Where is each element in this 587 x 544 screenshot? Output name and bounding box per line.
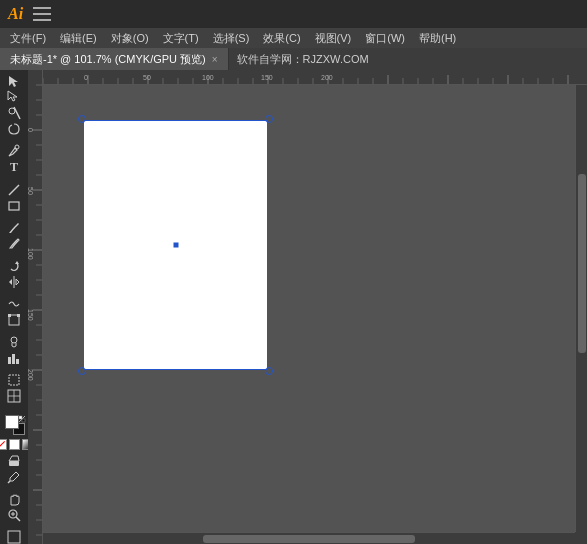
eyedropper-tool-button[interactable]: [2, 470, 26, 484]
fill-stroke-swatches[interactable]: [3, 413, 25, 435]
svg-rect-12: [8, 314, 11, 317]
toolbar: T: [0, 70, 28, 544]
center-point: [173, 243, 178, 248]
hand-tool-button[interactable]: [2, 492, 26, 506]
menu-effect[interactable]: 效果(C): [257, 29, 306, 48]
main-layout: T: [0, 70, 587, 544]
svg-rect-23: [19, 416, 22, 419]
free-transform-tool-button[interactable]: [2, 313, 26, 327]
svg-text:200: 200: [321, 74, 333, 81]
svg-rect-32: [28, 70, 587, 85]
symbol-sprayer-tool-button[interactable]: [2, 335, 26, 349]
svg-rect-17: [16, 359, 19, 364]
change-screen-mode-button[interactable]: [2, 530, 26, 544]
tab-close-button[interactable]: ×: [212, 54, 218, 65]
app-logo: Ai: [8, 5, 23, 23]
menu-file[interactable]: 文件(F): [4, 29, 52, 48]
scrollbar-h-thumb[interactable]: [203, 535, 416, 543]
menu-bar: 文件(F) 编辑(E) 对象(O) 文字(T) 选择(S) 效果(C) 视图(V…: [0, 28, 587, 48]
slice-tool-button[interactable]: [2, 389, 26, 403]
handle-top-left[interactable]: [78, 115, 86, 123]
line-tool-button[interactable]: [2, 183, 26, 197]
tab-bar: 未标题-1* @ 101.7% (CMYK/GPU 预览) × 软件自学网：RJ…: [0, 48, 587, 70]
rotate-tool-button[interactable]: [2, 259, 26, 273]
svg-rect-22: [22, 419, 25, 422]
column-graph-tool-button[interactable]: [2, 351, 26, 365]
svg-text:150: 150: [28, 309, 34, 321]
svg-marker-1: [8, 91, 17, 101]
svg-rect-15: [8, 357, 11, 364]
active-tab[interactable]: 未标题-1* @ 101.7% (CMYK/GPU 预览) ×: [0, 48, 229, 70]
svg-rect-16: [12, 354, 15, 364]
svg-point-3: [9, 108, 15, 114]
svg-text:100: 100: [28, 248, 34, 260]
title-bar: Ai: [0, 0, 587, 28]
svg-marker-7: [15, 261, 19, 264]
menu-window[interactable]: 窗口(W): [359, 29, 411, 48]
scrollbar-corner: [575, 532, 587, 544]
lasso-tool-button[interactable]: [2, 122, 26, 136]
svg-point-4: [15, 145, 19, 149]
fill-swatch[interactable]: [5, 415, 19, 429]
vertical-ruler: 0 50 100 150 200: [28, 70, 43, 544]
menu-object[interactable]: 对象(O): [105, 29, 155, 48]
menu-type[interactable]: 文字(T): [157, 29, 205, 48]
menu-edit[interactable]: 编辑(E): [54, 29, 103, 48]
svg-rect-24: [9, 461, 19, 466]
color-button[interactable]: [9, 439, 20, 450]
scrollbar-v-thumb[interactable]: [578, 174, 586, 353]
magic-wand-tool-button[interactable]: [2, 106, 26, 120]
default-colors-icon[interactable]: [18, 412, 26, 420]
none-button[interactable]: [0, 439, 7, 450]
artboard-page: [83, 120, 268, 370]
svg-line-26: [8, 481, 10, 483]
canvas-area[interactable]: 0 50 100 150 200: [28, 70, 587, 544]
warp-tool-button[interactable]: [2, 297, 26, 311]
svg-text:100: 100: [202, 74, 214, 81]
menu-view[interactable]: 视图(V): [309, 29, 358, 48]
color-area: [2, 411, 26, 452]
zoom-tool-button[interactable]: [2, 508, 26, 522]
reflect-tool-button[interactable]: [2, 275, 26, 289]
tab-extra-info: 软件自学网：RJZXW.COM: [229, 48, 587, 70]
svg-marker-0: [9, 76, 18, 87]
svg-text:200: 200: [28, 369, 34, 381]
text-tool-button[interactable]: T: [2, 160, 26, 175]
direct-selection-tool-button[interactable]: [2, 90, 26, 104]
svg-marker-25: [9, 456, 19, 461]
paintbrush-tool-button[interactable]: [2, 221, 26, 235]
svg-text:50: 50: [143, 74, 151, 81]
horizontal-scrollbar[interactable]: [43, 532, 575, 544]
svg-point-14: [11, 337, 17, 343]
vertical-scrollbar[interactable]: [575, 85, 587, 532]
handle-bottom-left[interactable]: [78, 367, 86, 375]
blob-brush-tool-button[interactable]: [2, 237, 26, 251]
artboard-tool-button[interactable]: [2, 373, 26, 387]
svg-rect-6: [9, 202, 19, 210]
handle-bottom-right[interactable]: [265, 367, 273, 375]
rectangle-tool-button[interactable]: [2, 199, 26, 213]
selection-tool-button[interactable]: [2, 74, 26, 88]
menu-select[interactable]: 选择(S): [207, 29, 256, 48]
eraser-tool-button[interactable]: [2, 454, 26, 468]
svg-line-28: [16, 517, 20, 521]
horizontal-ruler: 0 50 100 150 200: [28, 70, 587, 85]
pen-tool-button[interactable]: [2, 144, 26, 158]
color-mode-buttons: [0, 439, 28, 450]
svg-text:50: 50: [28, 187, 34, 195]
svg-line-2: [14, 107, 20, 119]
svg-text:0: 0: [84, 74, 88, 81]
svg-text:150: 150: [261, 74, 273, 81]
svg-marker-10: [16, 279, 19, 285]
svg-rect-31: [8, 531, 20, 543]
svg-text:0: 0: [28, 128, 34, 132]
menu-help[interactable]: 帮助(H): [413, 29, 462, 48]
svg-rect-74: [28, 70, 43, 544]
svg-line-5: [9, 185, 19, 195]
svg-rect-13: [17, 314, 20, 317]
handle-top-right[interactable]: [265, 115, 273, 123]
tab-label: 未标题-1* @ 101.7% (CMYK/GPU 预览): [10, 52, 206, 67]
svg-rect-18: [9, 375, 19, 385]
svg-marker-9: [9, 279, 12, 285]
hamburger-icon[interactable]: [33, 7, 51, 21]
